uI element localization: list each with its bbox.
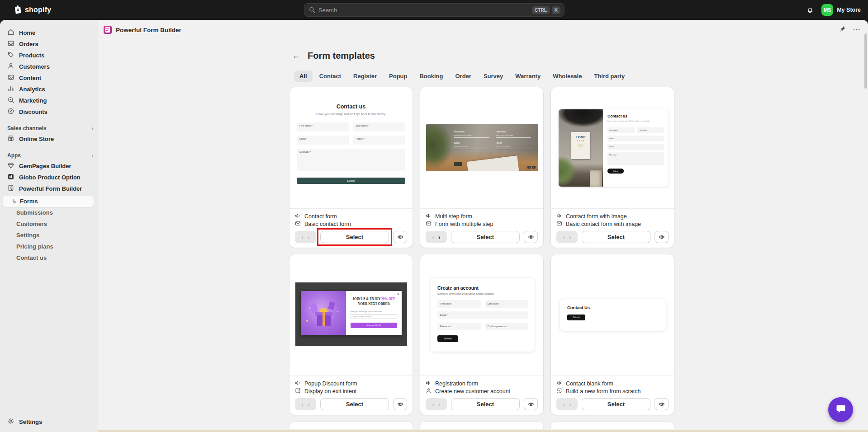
preview-pager[interactable]: ‹ › [556, 231, 578, 243]
preview-eye-button[interactable] [524, 231, 538, 243]
back-arrow-icon[interactable]: ← [292, 51, 300, 61]
template-card-popup-discount: ✕ JOIN US & ENJOY 20% OFF YOUR NEXT ORDE… [289, 254, 413, 415]
vertical-scrollbar[interactable] [864, 33, 867, 89]
select-button[interactable]: Select [582, 398, 650, 410]
shopify-logo[interactable]: S shopify [14, 5, 51, 16]
tab-register[interactable]: Register [348, 70, 382, 82]
section-sales-channels[interactable]: Sales channels › [0, 123, 98, 133]
app-header: Powerful Form Builder ··· [98, 20, 868, 40]
select-button[interactable]: Select [320, 398, 389, 410]
preview-eye-button[interactable] [524, 398, 538, 410]
template-name: Contact form [295, 212, 407, 220]
sidebar-item-marketing[interactable]: Marketing [0, 95, 98, 106]
chevron-right-icon[interactable]: › [569, 401, 571, 408]
preview-pager[interactable]: ‹ › [426, 231, 447, 243]
template-card-partial [420, 422, 543, 429]
template-desc: Create new customer account [426, 387, 538, 395]
chevron-right-icon[interactable]: › [308, 234, 310, 240]
template-card-registration: Create an account Complete form below to… [420, 254, 543, 415]
template-preview: LOVE YOUR life Contact us Leave your mes… [551, 87, 674, 208]
tab-survey[interactable]: Survey [478, 70, 508, 82]
chevron-right-icon[interactable]: › [308, 401, 310, 408]
tab-order[interactable]: Order [450, 70, 476, 82]
search-input[interactable] [318, 7, 530, 14]
sidebar-item-customers[interactable]: Customers [0, 61, 98, 72]
tab-warranty[interactable]: Warranty [510, 70, 546, 82]
sidebar-item-pricing-plans[interactable]: Pricing plans [0, 241, 98, 252]
megaphone-icon [295, 213, 301, 220]
person-icon [7, 62, 14, 71]
chevron-right-icon[interactable]: › [569, 234, 571, 240]
sidebar-item-content[interactable]: Content [0, 72, 98, 84]
sidebar-item-analytics[interactable]: Analytics [0, 84, 98, 95]
chevron-right-icon[interactable]: › [438, 234, 441, 240]
global-search[interactable]: CTRL K [304, 3, 564, 17]
discount-badge-icon [7, 108, 14, 116]
sidebar-item-gempages[interactable]: GemPages Builder [0, 160, 98, 172]
chevron-left-icon[interactable]: ‹ [301, 234, 304, 240]
select-button[interactable]: Select [451, 231, 520, 243]
section-apps[interactable]: Apps › [0, 150, 98, 160]
tab-third-party[interactable]: Third party [588, 70, 630, 82]
envelope-icon [295, 221, 301, 228]
preview-eye-button[interactable] [393, 398, 407, 410]
person-icon [426, 388, 432, 395]
sidebar-item-home[interactable]: Home [0, 27, 98, 38]
eye-icon [528, 233, 534, 241]
select-button[interactable]: Select [451, 398, 520, 410]
preview-eye-button[interactable] [655, 398, 669, 410]
pin-icon[interactable] [840, 26, 846, 34]
app-icon [104, 26, 112, 34]
store-avatar[interactable]: MS [821, 4, 833, 16]
sidebar-item-settings[interactable]: Settings [0, 416, 98, 427]
sidebar-item-contact-us[interactable]: Contact us [0, 252, 98, 263]
sidebar-item-globo[interactable]: Globo Product Option [0, 172, 98, 183]
preview-pager[interactable]: ‹ › [295, 231, 316, 243]
preview-eye-button[interactable] [393, 231, 407, 243]
chat-icon [835, 404, 846, 416]
preview-pager[interactable]: ‹ › [426, 398, 447, 410]
mini-next-button [454, 162, 462, 166]
page-scroll: ← Form templates All Contact Register Po… [98, 40, 868, 432]
sidebar-item-online-store[interactable]: Online Store [0, 133, 98, 145]
tab-popup[interactable]: Popup [384, 70, 413, 82]
select-button[interactable]: Select [582, 231, 650, 243]
store-name[interactable]: My Store [837, 7, 861, 13]
multi-step-photo: First nameEnter your first name Last nam… [426, 124, 538, 171]
gear-icon [7, 418, 14, 426]
tab-contact[interactable]: Contact [314, 70, 346, 82]
tab-wholesale[interactable]: Wholesale [547, 70, 587, 82]
sidebar-item-orders[interactable]: Orders [0, 38, 98, 50]
sidebar-item-products[interactable]: Products [0, 50, 98, 61]
sidebar-item-submissions[interactable]: Submissions [0, 207, 98, 218]
more-options-icon[interactable]: ··· [853, 26, 861, 33]
chevron-left-icon[interactable]: ‹ [432, 234, 434, 240]
sidebar-item-app-customers[interactable]: Customers [0, 218, 98, 230]
template-desc: Form with multiple step [426, 220, 538, 228]
mini-pager: ‹ › [527, 166, 536, 169]
notifications-bell-icon[interactable] [806, 6, 814, 14]
sidebar: Home Orders Products Customers Content A… [0, 20, 98, 432]
template-tabs: All Contact Register Popup Booking Order… [294, 70, 677, 82]
chevron-left-icon[interactable]: ‹ [301, 401, 304, 408]
select-button[interactable]: Select [320, 231, 389, 243]
sidebar-item-discounts[interactable]: Discounts [0, 106, 98, 117]
megaphone-icon [556, 213, 562, 220]
chevron-left-icon[interactable]: ‹ [563, 234, 565, 240]
tab-all[interactable]: All [294, 70, 313, 82]
chevron-right-icon[interactable]: › [438, 401, 441, 408]
sidebar-item-app-settings[interactable]: Settings [0, 230, 98, 241]
chevron-left-icon[interactable]: ‹ [563, 401, 565, 408]
sidebar-item-powerful-form-builder[interactable]: Powerful Form Builder [0, 183, 98, 194]
template-card-partial [551, 422, 674, 429]
chat-widget-button[interactable] [828, 397, 853, 422]
sidebar-item-forms-active[interactable]: ↳ Forms [3, 196, 94, 207]
gempages-icon [7, 162, 14, 170]
preview-pager[interactable]: ‹ › [295, 398, 316, 410]
template-card-partial [289, 422, 413, 429]
media-icon [7, 74, 14, 82]
preview-eye-button[interactable] [655, 231, 669, 243]
chevron-left-icon[interactable]: ‹ [432, 401, 434, 408]
preview-pager[interactable]: ‹ › [556, 398, 578, 410]
tab-booking[interactable]: Booking [414, 70, 448, 82]
